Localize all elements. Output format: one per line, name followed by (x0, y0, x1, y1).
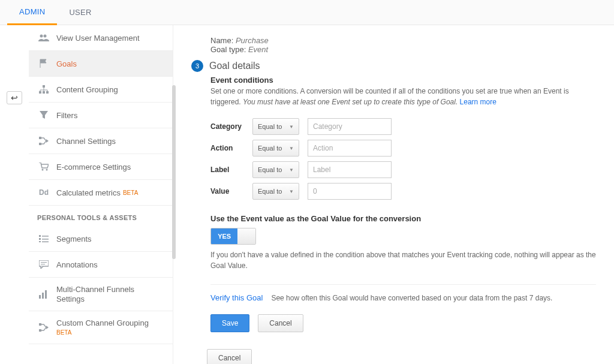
sidebar-item-calculated-metrics[interactable]: Dd Calculated metrics BETA (29, 180, 173, 206)
svg-rect-2 (43, 85, 45, 88)
svg-rect-10 (39, 235, 41, 237)
cond-action-operator[interactable]: Equal to▼ (252, 140, 299, 157)
svg-rect-17 (41, 262, 47, 263)
cond-category-input[interactable] (308, 118, 392, 135)
svg-rect-12 (39, 238, 41, 240)
svg-rect-19 (39, 295, 41, 299)
cond-value-label: Value (210, 187, 252, 195)
top-tabs: ADMIN USER (0, 0, 614, 25)
sidebar-item-label: Custom Channel Grouping (56, 318, 149, 327)
svg-rect-15 (42, 242, 49, 243)
event-conditions-heading: Event conditions (210, 76, 596, 85)
cond-value-input[interactable] (308, 183, 392, 200)
svg-rect-14 (39, 241, 41, 242)
beta-tag: BETA (123, 189, 138, 196)
step-title: Goal details (209, 61, 260, 71)
svg-point-8 (42, 169, 44, 171)
goal-name-line: Name: Purchase (210, 36, 596, 45)
sidebar-item-channel-settings[interactable]: Channel Settings (29, 128, 173, 154)
sidebar-item-label: Filters (56, 111, 77, 120)
bars-icon (37, 289, 50, 300)
goal-type-line: Goal type: Event (210, 45, 596, 54)
chevron-down-icon: ▼ (289, 167, 294, 173)
sidebar-item-label: View User Management (56, 34, 140, 43)
outer-cancel-button[interactable]: Cancel (207, 349, 252, 364)
cancel-button[interactable]: Cancel (258, 314, 303, 332)
svg-point-9 (46, 169, 48, 171)
sidebar-item-annotations[interactable]: Annotations (29, 252, 173, 278)
sidebar: View User Management Goals Content Group… (29, 25, 173, 364)
cart-icon (37, 161, 50, 172)
segments-icon (37, 233, 50, 244)
svg-rect-22 (39, 323, 41, 326)
sidebar-item-label: Channel Settings (56, 137, 116, 146)
svg-rect-13 (42, 239, 49, 240)
event-conditions-help: Set one or more conditions. A conversion… (210, 86, 596, 107)
svg-rect-4 (43, 91, 45, 94)
sidebar-item-label: Annotations (56, 260, 98, 269)
step-number-badge: 3 (191, 60, 203, 72)
toggle-handle (237, 228, 255, 244)
svg-rect-3 (39, 91, 41, 94)
sidebar-item-goals[interactable]: Goals (29, 51, 173, 77)
sidebar-item-segments[interactable]: Segments (29, 226, 173, 252)
beta-tag: BETA (56, 329, 71, 336)
sidebar-item-user-management[interactable]: View User Management (29, 25, 173, 51)
main-content: Name: Purchase Goal type: Event 3 Goal d… (173, 25, 614, 364)
sidebar-item-label: Segments (56, 234, 92, 243)
svg-point-1 (44, 35, 47, 38)
cond-label-label: Label (210, 166, 252, 174)
cond-action-label: Action (210, 144, 252, 152)
channel-icon (37, 322, 50, 333)
svg-rect-21 (45, 290, 47, 299)
verify-goal-link[interactable]: Verify this Goal (210, 293, 263, 302)
toggle-yes-label: YES (211, 228, 237, 244)
goal-value-toggle-help: If you don't have a value defined in the… (210, 249, 596, 271)
tab-admin[interactable]: ADMIN (7, 0, 57, 25)
cond-label-input[interactable] (308, 161, 392, 178)
sidebar-item-content-grouping[interactable]: Content Grouping (29, 77, 173, 103)
learn-more-link[interactable]: Learn more (460, 98, 496, 106)
users-icon (37, 32, 50, 43)
svg-rect-7 (39, 143, 41, 145)
sidebar-item-label: E-commerce Settings (56, 163, 131, 172)
sidebar-item-mcf-settings[interactable]: Multi-Channel Funnels Settings (29, 278, 173, 311)
sidebar-item-custom-channel[interactable]: Custom Channel Grouping BETA (29, 311, 173, 344)
chevron-down-icon: ▼ (289, 124, 294, 130)
sidebar-item-label: Content Grouping (56, 85, 118, 94)
verify-goal-help: See how often this Goal would have conve… (271, 294, 552, 302)
back-arrow-icon: ↩ (11, 93, 18, 103)
sidebar-item-filters[interactable]: Filters (29, 103, 173, 128)
cond-category-label: Category (210, 122, 252, 131)
scrollbar[interactable] (172, 85, 176, 259)
funnel-icon (37, 110, 50, 121)
svg-rect-5 (46, 91, 49, 94)
svg-rect-11 (42, 236, 49, 237)
cond-action-input[interactable] (308, 140, 392, 157)
cond-value-operator[interactable]: Equal to▼ (252, 183, 299, 200)
svg-rect-18 (41, 264, 45, 264)
chevron-down-icon: ▼ (289, 189, 294, 194)
chevron-down-icon: ▼ (289, 146, 294, 151)
dd-icon: Dd (37, 187, 50, 198)
sidebar-section-header: PERSONAL TOOLS & ASSETS (29, 206, 173, 226)
svg-rect-23 (39, 329, 41, 332)
back-button[interactable]: ↩ (7, 91, 22, 104)
goal-value-toggle[interactable]: YES (210, 228, 256, 245)
flag-icon (37, 58, 50, 69)
cond-category-operator[interactable]: Equal to▼ (252, 118, 299, 135)
svg-rect-16 (39, 260, 49, 266)
channel-icon (37, 136, 50, 146)
goal-value-toggle-heading: Use the Event value as the Goal Value fo… (210, 214, 596, 223)
svg-rect-6 (39, 137, 41, 139)
tab-user[interactable]: USER (57, 0, 103, 25)
svg-rect-20 (42, 293, 44, 299)
sidebar-item-label: Calculated metrics (56, 188, 121, 197)
save-button[interactable]: Save (210, 314, 249, 332)
speech-icon (37, 259, 50, 270)
hierarchy-icon (37, 84, 50, 95)
sidebar-item-label: Goals (56, 59, 77, 68)
svg-point-0 (40, 35, 43, 38)
sidebar-item-ecommerce[interactable]: E-commerce Settings (29, 154, 173, 180)
cond-label-operator[interactable]: Equal to▼ (252, 161, 299, 178)
